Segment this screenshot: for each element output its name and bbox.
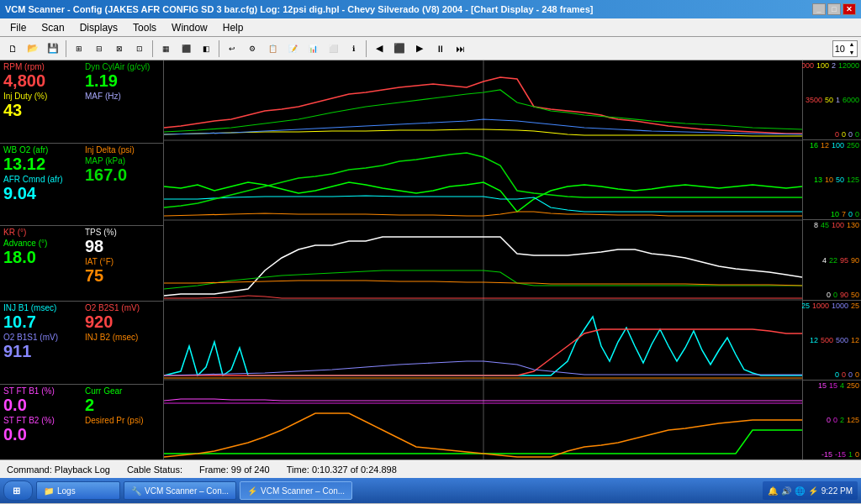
- save-button[interactable]: 💾: [44, 39, 62, 58]
- pause-button[interactable]: ⏸: [430, 39, 449, 58]
- menu-file[interactable]: File: [3, 19, 33, 36]
- logs-icon: 📁: [44, 486, 54, 496]
- open-button[interactable]: 📂: [24, 39, 42, 58]
- currgear-value: 2: [85, 396, 160, 414]
- kr-title: KR (°): [3, 228, 78, 237]
- label-section-4: INJ B1 (msec) 10.7 O2 B1S1 (mV) 911 O2 B…: [0, 302, 163, 385]
- windows-icon: ⊞: [13, 486, 20, 496]
- left-labels-panel: RPM (rpm) 4,800 Inj Duty (%) 43 Dyn CylA…: [0, 60, 164, 459]
- dyncylair-value: 1.19: [85, 71, 160, 90]
- scale-section-2: 1612100250 131050125 10700: [803, 140, 861, 220]
- right-scales-panel: 7000100212000 35005016000 0000 161210025…: [802, 60, 861, 459]
- iat-value: 75: [85, 266, 160, 285]
- stftb1-title: ST FT B1 (%): [3, 386, 78, 396]
- o2b2s1-value: 920: [85, 312, 160, 331]
- label-section-2: WB O2 (afr) 13.12 AFR Cmnd (afr) 9.04 In…: [0, 144, 163, 227]
- tb-btn1[interactable]: ⊞: [70, 39, 88, 58]
- toolbar-sep3: [219, 40, 219, 57]
- injb1-value: 10.7: [3, 312, 78, 331]
- tb-btn13[interactable]: ⬜: [324, 39, 342, 58]
- desiredpr-title: Desired Pr (psi): [85, 416, 160, 425]
- wbo2-title: WB O2 (afr): [3, 145, 78, 155]
- maximize-button[interactable]: □: [827, 3, 841, 15]
- stop-button[interactable]: ⬛: [390, 39, 409, 58]
- taskbar-item-vcm1[interactable]: 🔧 VCM Scanner – Con...: [124, 481, 236, 500]
- cable-status: Cable Status:: [127, 465, 182, 475]
- play-back-button[interactable]: ◀: [370, 39, 388, 58]
- menu-scan[interactable]: Scan: [34, 19, 71, 36]
- frame-spin-down[interactable]: ▼: [847, 49, 857, 57]
- frame-step-box[interactable]: 10 ▲ ▼: [832, 40, 858, 57]
- tb-btn12[interactable]: 📊: [304, 39, 322, 58]
- statusbar: Command: Playback Log Cable Status: Fram…: [0, 459, 861, 478]
- chart-svg: [164, 60, 802, 459]
- new-button[interactable]: 🗋: [3, 39, 22, 58]
- tb-btn14[interactable]: ℹ: [344, 39, 362, 58]
- label-section-1: RPM (rpm) 4,800 Inj Duty (%) 43 Dyn CylA…: [0, 60, 163, 144]
- tb-btn6[interactable]: ⬛: [177, 39, 195, 58]
- iat-title: IAT (°F): [85, 257, 160, 266]
- menu-tools[interactable]: Tools: [126, 19, 163, 36]
- scale-section-1: 7000100212000 35005016000 0000: [803, 60, 861, 140]
- maf-title: MAF (Hz): [85, 92, 160, 101]
- label-section-3: KR (°) Advance (°) 18.0 TPS (%) 98 IAT (…: [0, 226, 163, 302]
- scale-section-4: 251000100025 1250050012 0000: [803, 301, 861, 381]
- play-forward-button[interactable]: ▶: [410, 39, 429, 58]
- menubar: File Scan Displays Tools Window Help: [0, 18, 861, 37]
- currgear-title: Curr Gear: [85, 386, 160, 396]
- o2b2s1-title: O2 B2S1 (mV): [85, 303, 160, 312]
- scale-rpm-mid: 3500: [806, 96, 822, 104]
- start-button[interactable]: ⊞: [3, 480, 33, 501]
- close-button[interactable]: ✕: [843, 3, 856, 15]
- tb-btn11[interactable]: 📝: [283, 39, 302, 58]
- time-status: Time: 0:10.327 of 0:24.898: [287, 465, 397, 475]
- chart-canvas[interactable]: [164, 60, 802, 459]
- frame-spin-buttons[interactable]: ▲ ▼: [847, 40, 857, 57]
- toolbar-sep2: [152, 40, 153, 57]
- menu-help[interactable]: Help: [216, 19, 251, 36]
- vcm2-label: VCM Scanner – Con...: [261, 486, 345, 496]
- scale-section-5: 15154250 002125 -15-1510: [803, 381, 861, 459]
- minimize-button[interactable]: _: [812, 3, 826, 15]
- tray-icon2: 🔊: [781, 486, 791, 496]
- frame-spin-up[interactable]: ▲: [847, 40, 857, 49]
- scale-section-3: 845100130 4229590 009050: [803, 220, 861, 300]
- command-status: Command: Playback Log: [7, 465, 110, 475]
- vcm1-icon: 🔧: [131, 486, 141, 496]
- tb-btn10[interactable]: 📋: [263, 39, 282, 58]
- scale-rpm-bot: 0: [835, 130, 839, 139]
- injb1-title: INJ B1 (msec): [3, 303, 78, 312]
- advance-value: 18.0: [3, 248, 78, 266]
- tb-btn9[interactable]: ⚙: [243, 39, 261, 58]
- tb-btn4[interactable]: ⊡: [130, 39, 149, 58]
- menu-displays[interactable]: Displays: [73, 19, 124, 36]
- wbo2-value: 13.12: [3, 155, 78, 173]
- tps-title: TPS (%): [85, 228, 160, 237]
- step-button[interactable]: ⏭: [451, 39, 469, 58]
- toolbar: 🗋 📂 💾 ⊞ ⊟ ⊠ ⊡ ▦ ⬛ ◧ ↩ ⚙ 📋 📝 📊 ⬜ ℹ ◀ ⬛ ▶ …: [0, 37, 861, 60]
- chart-area: RPM (rpm) 4,800 Inj Duty (%) 43 Dyn CylA…: [0, 60, 861, 459]
- o2b1s1-title: O2 B1S1 (mV): [3, 333, 78, 342]
- advance-title: Advance (°): [3, 239, 78, 248]
- tb-btn3[interactable]: ⊠: [110, 39, 129, 58]
- rpm-value: 4,800: [3, 71, 78, 90]
- o2b1s1-value: 911: [3, 342, 78, 360]
- tb-btn5[interactable]: ▦: [156, 39, 175, 58]
- tb-btn7[interactable]: ◧: [197, 39, 215, 58]
- rpm-title: RPM (rpm): [3, 62, 78, 71]
- afrcmnd-value: 9.04: [3, 184, 78, 202]
- tb-btn8[interactable]: ↩: [223, 39, 241, 58]
- window-title: VCM Scanner - Config (JAKES AFR CONFIG S…: [5, 4, 593, 14]
- injduty-title: Inj Duty (%): [3, 92, 78, 101]
- tb-btn2[interactable]: ⊟: [90, 39, 108, 58]
- vcm2-icon: ⚡: [247, 486, 257, 496]
- vcm1-label: VCM Scanner – Con...: [145, 486, 229, 496]
- taskbar-item-vcm2[interactable]: ⚡ VCM Scanner – Con...: [240, 481, 352, 500]
- window-controls: _ □ ✕: [812, 3, 856, 15]
- tray-icon4: ⚡: [808, 486, 818, 496]
- tray-icon1: 🔔: [768, 486, 778, 496]
- logs-label: Logs: [57, 486, 76, 496]
- injb2-title: INJ B2 (msec): [85, 333, 160, 342]
- menu-window[interactable]: Window: [165, 19, 214, 36]
- taskbar-item-logs[interactable]: 📁 Logs: [36, 481, 120, 500]
